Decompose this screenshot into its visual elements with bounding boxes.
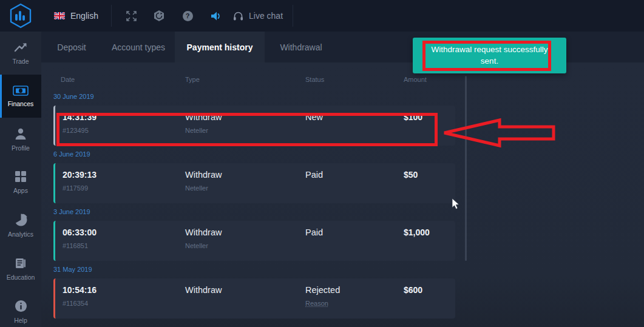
trend-up-icon: [14, 41, 27, 53]
tab-deposit[interactable]: Deposit: [41, 32, 102, 62]
fullscreen-icon: [126, 11, 137, 21]
tournament-hexagon-icon: [153, 10, 165, 22]
date-group-label: 6 June 2019: [53, 150, 644, 158]
row-status: Paid: [305, 228, 404, 237]
row-status: Paid: [305, 170, 404, 180]
tournaments-button[interactable]: [151, 0, 167, 32]
row-method: Neteller: [185, 242, 305, 249]
sidebar-item-trade[interactable]: Trade: [0, 32, 41, 75]
banknote-icon: [13, 86, 29, 96]
row-amount: $600: [404, 285, 455, 295]
row-time: 20:39:13: [63, 170, 185, 180]
sidebar-item-label: Help: [14, 317, 27, 324]
uk-flag-icon: [54, 12, 65, 19]
table-header: Date Type Status Amount: [61, 76, 644, 83]
sidebar-item-label: Profile: [12, 144, 30, 152]
live-chat-button[interactable]: Live chat: [233, 0, 283, 32]
language-label: English: [70, 11, 98, 21]
top-bar: English ?: [0, 0, 644, 32]
row-amount: $1,000: [404, 228, 455, 237]
headset-icon: [233, 11, 243, 21]
apps-grid-icon: [15, 170, 27, 183]
row-type: Withdraw: [185, 228, 305, 237]
live-chat-label: Live chat: [249, 11, 283, 21]
tab-withdrawal[interactable]: Withdrawal: [265, 32, 337, 62]
row-id: #116354: [63, 300, 185, 307]
row-id: #116851: [63, 242, 185, 249]
sidebar-item-label: Analytics: [8, 231, 33, 238]
sound-icon: [211, 11, 222, 21]
row-id: #117599: [63, 184, 185, 192]
tab-account-types[interactable]: Account types: [102, 32, 175, 62]
sidebar-item-label: Education: [7, 274, 35, 281]
app-logo[interactable]: [7, 2, 34, 29]
sidebar-item-education[interactable]: Education: [0, 247, 41, 290]
vertical-scrollbar[interactable]: [465, 76, 467, 261]
row-status: Rejected: [305, 285, 404, 295]
sidebar-item-apps[interactable]: Apps: [0, 161, 41, 204]
table-row[interactable]: 20:39:13 #117599 Withdraw Neteller Paid …: [53, 163, 455, 203]
col-header-amount: Amount: [404, 76, 644, 83]
date-group-label: 30 June 2019: [53, 93, 644, 100]
sound-button[interactable]: [208, 0, 224, 32]
col-header-type: Type: [185, 76, 305, 83]
table-row[interactable]: 10:54:16 #116354 Withdraw Rejected Reaso…: [53, 278, 455, 319]
language-selector[interactable]: English: [54, 0, 98, 32]
fullscreen-button[interactable]: [123, 0, 139, 32]
sidebar-item-finances[interactable]: Finances: [0, 75, 41, 118]
table-row[interactable]: 06:33:00 #116851 Withdraw Neteller Paid …: [53, 221, 455, 261]
annotation-arrow-left: [441, 115, 557, 149]
row-type: Withdraw: [185, 285, 305, 295]
payment-history-panel: Date Type Status Amount 30 June 2019 14:…: [41, 62, 644, 327]
sidebar-item-help[interactable]: Help: [0, 290, 41, 327]
row-amount: $50: [404, 170, 455, 180]
date-group-label: 31 May 2019: [53, 266, 644, 273]
help-button[interactable]: ?: [180, 0, 195, 32]
topbar-divider: [293, 5, 293, 27]
tab-payment-history[interactable]: Payment history: [175, 32, 265, 62]
row-time: 06:33:00: [63, 228, 185, 237]
logo-hexagon-chart-icon: [9, 3, 32, 29]
reason-link[interactable]: Reason: [305, 300, 328, 307]
topbar-divider: [111, 5, 112, 27]
info-icon: [15, 300, 27, 312]
sidebar-item-label: Apps: [13, 187, 28, 194]
col-header-date: Date: [61, 76, 185, 83]
col-header-status: Status: [305, 76, 404, 83]
pie-chart-icon: [15, 214, 27, 226]
annotation-rect-row: [56, 113, 438, 146]
sidebar-item-label: Trade: [12, 58, 29, 65]
annotation-rect-toast: [422, 41, 551, 71]
book-icon: [15, 257, 27, 269]
date-group-label: 3 June 2019: [53, 208, 644, 215]
row-method: Neteller: [185, 184, 305, 192]
sidebar-item-analytics[interactable]: Analytics: [0, 204, 41, 247]
row-type: Withdraw: [185, 170, 305, 180]
sidebar-item-label: Finances: [8, 100, 34, 107]
sidebar-nav: Trade Finances Profile Apps Analytics: [0, 32, 41, 327]
sidebar-item-profile[interactable]: Profile: [0, 118, 41, 161]
help-icon: ?: [183, 11, 193, 21]
mouse-cursor: [452, 198, 460, 210]
row-time: 10:54:16: [63, 285, 185, 295]
person-icon: [14, 127, 27, 140]
